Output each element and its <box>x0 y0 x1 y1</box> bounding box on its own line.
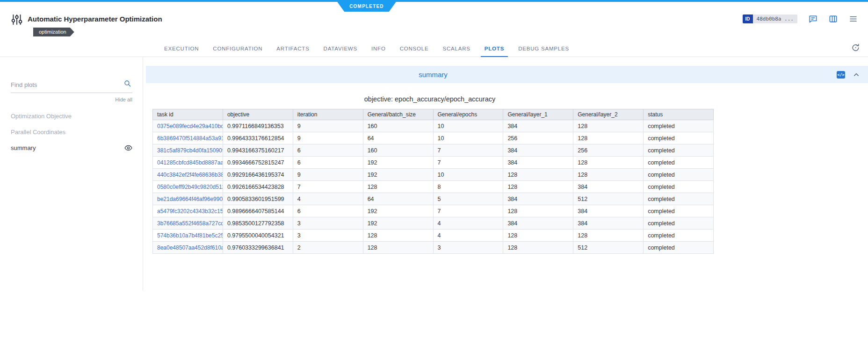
layer2-cell: 256 <box>573 144 644 157</box>
task-id-link[interactable]: be21da69664f46af96e9904 <box>157 196 223 202</box>
tab-label: CONFIGURATION <box>213 46 262 51</box>
batch-size-cell: 64 <box>363 132 433 144</box>
layer1-cell: 128 <box>503 181 573 193</box>
panel-title: summary <box>419 71 448 79</box>
status-cell: completed <box>644 193 714 205</box>
column-header: General/layer_2 <box>573 109 644 120</box>
batch-size-cell: 160 <box>363 120 433 132</box>
tab[interactable]: INFO <box>364 40 393 57</box>
batch-size-cell: 160 <box>363 144 433 157</box>
tab-label: EXECUTION <box>164 46 199 51</box>
page-title: Automatic Hyperparameter Optimization <box>28 14 162 23</box>
iteration-cell: 9 <box>293 120 363 132</box>
layer2-cell: 384 <box>573 181 644 193</box>
plot-title: objective: epoch_accuracy/epoch_accuracy <box>146 95 714 103</box>
board-view-icon[interactable] <box>829 14 838 23</box>
status-cell: completed <box>644 120 714 132</box>
tab[interactable]: CONSOLE <box>393 40 436 57</box>
task-id-link[interactable]: a5479fc3202c4343b32c152 <box>157 208 223 215</box>
iteration-cell: 3 <box>293 229 363 242</box>
chevron-up-icon[interactable] <box>852 71 861 79</box>
task-id-cell: be21da69664f46af96e9904 <box>153 193 223 205</box>
comment-icon[interactable] <box>809 14 817 23</box>
search-icon[interactable] <box>123 79 131 89</box>
layer2-cell: 128 <box>573 132 644 144</box>
task-id-link[interactable]: 8ea0e48507aa452d8f610a5 <box>157 244 223 251</box>
objective-cell: 0.9896666407585144 <box>223 205 293 217</box>
tab-label: INFO <box>371 46 386 51</box>
task-id-link[interactable]: 3b76685a552f4658a727cdd <box>157 220 223 227</box>
plot-list-item[interactable]: Optimization Objective <box>11 108 132 124</box>
tab[interactable]: DATAVIEWS <box>317 40 364 57</box>
status-cell: completed <box>644 169 714 181</box>
batch-size-cell: 64 <box>363 193 433 205</box>
summary-table-body: 0375e089fecd4e29a410bcf6 0.9971166849136… <box>153 120 714 254</box>
task-id-link[interactable]: 574b36b10a7b4f81be5c25a <box>157 232 223 239</box>
status-cell: completed <box>644 144 714 157</box>
table-row: 0375e089fecd4e29a410bcf6 0.9971166849136… <box>153 120 714 132</box>
status-ribbon-label: COMPLETED <box>349 4 384 9</box>
table-header-row: task id objective iteration General/batc… <box>153 109 714 120</box>
column-header: iteration <box>293 109 363 120</box>
id-label: ID <box>743 14 753 23</box>
menu-icon[interactable] <box>849 14 858 23</box>
epochs-cell: 4 <box>433 229 503 242</box>
status-cell: completed <box>644 205 714 217</box>
task-id-link[interactable]: 381c5af879cb4d0fa1509091 <box>157 147 223 154</box>
tab[interactable]: CONFIGURATION <box>206 40 269 57</box>
tab[interactable]: PLOTS <box>477 40 511 57</box>
plot-list-item[interactable]: summary <box>11 140 132 156</box>
batch-size-cell: 128 <box>363 181 433 193</box>
layer2-cell: 128 <box>573 120 644 132</box>
layer2-cell: 512 <box>573 242 644 254</box>
top-accent-bar <box>0 0 868 2</box>
iteration-cell: 3 <box>293 217 363 229</box>
tab[interactable]: EXECUTION <box>157 40 206 57</box>
column-header: status <box>644 109 714 120</box>
task-id-link[interactable]: 440c3842ef2f4fe68636b38f <box>157 172 223 178</box>
iteration-cell: 9 <box>293 132 363 144</box>
table-row: 8ea0e48507aa452d8f610a5 0.97603332996368… <box>153 242 714 254</box>
hide-all-link[interactable]: Hide all <box>11 97 132 102</box>
task-id-link[interactable]: 041285cbfcd845bd8887aa0 <box>157 159 223 166</box>
layer1-cell: 128 <box>503 229 573 242</box>
status-cell: completed <box>644 217 714 229</box>
find-plots-input[interactable] <box>11 79 132 93</box>
layer1-cell: 256 <box>503 132 573 144</box>
iteration-cell: 6 <box>293 157 363 169</box>
table-row: 0580c0eff92b49c9820d512 0.99261665344238… <box>153 181 714 193</box>
objective-cell: 0.9760333299636841 <box>223 242 293 254</box>
auto-refresh-icon[interactable] <box>851 43 860 54</box>
iteration-cell: 6 <box>293 144 363 157</box>
layer2-cell: 128 <box>573 169 644 181</box>
table-row: a5479fc3202c4343b32c152 0.98966664075851… <box>153 205 714 217</box>
task-id-cell: 440c3842ef2f4fe68636b38f <box>153 169 223 181</box>
plot-panel: summary </> objective: epoch_accuracy/ep… <box>143 57 868 254</box>
tag-optimization[interactable]: optimization <box>33 28 74 36</box>
batch-size-cell: 128 <box>363 229 433 242</box>
eye-icon[interactable] <box>124 144 132 152</box>
embed-code-icon[interactable]: </> <box>837 71 845 79</box>
objective-cell: 0.9964333176612854 <box>223 132 293 144</box>
task-id-badge[interactable]: ID 48db0b8a ... <box>743 14 797 23</box>
tab-label: SCALARS <box>443 46 470 51</box>
iteration-cell: 9 <box>293 169 363 181</box>
plot-list-item[interactable]: Parallel Coordinates <box>11 124 132 140</box>
iteration-cell: 6 <box>293 205 363 217</box>
objective-cell: 0.9853500127792358 <box>223 217 293 229</box>
status-cell: completed <box>644 181 714 193</box>
task-id-link[interactable]: 0580c0eff92b49c9820d512 <box>157 184 223 190</box>
plot-item-label: Optimization Objective <box>11 113 72 120</box>
task-id-link[interactable]: 0375e089fecd4e29a410bcf6 <box>157 123 223 129</box>
tab[interactable]: DEBUG SAMPLES <box>511 40 576 57</box>
task-id-cell: 574b36b10a7b4f81be5c25a <box>153 229 223 242</box>
layer1-cell: 384 <box>503 144 573 157</box>
epochs-cell: 7 <box>433 205 503 217</box>
layer2-cell: 512 <box>573 193 644 205</box>
tab[interactable]: ARTIFACTS <box>269 40 316 57</box>
task-id-link[interactable]: 6b3869470f514884a53a911 <box>157 135 223 142</box>
status-cell: completed <box>644 157 714 169</box>
epochs-cell: 8 <box>433 181 503 193</box>
objective-cell: 0.9943166375160217 <box>223 144 293 157</box>
tab[interactable]: SCALARS <box>436 40 477 57</box>
